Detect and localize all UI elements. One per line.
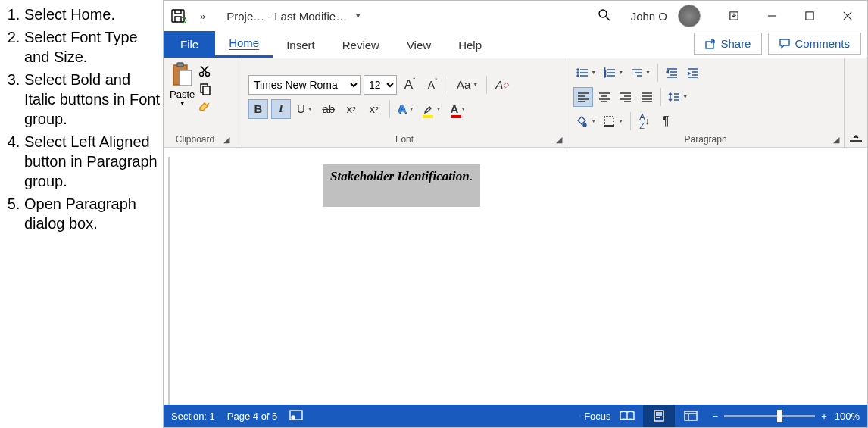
paste-button[interactable]: Paste ▼ [170,61,195,107]
autosave-icon[interactable] [168,7,189,25]
comments-button[interactable]: Comments [768,33,861,55]
instruction-4: Select Left Aligned button in Paragraph … [24,132,163,191]
read-mode-button[interactable] [611,405,643,427]
bullets-button[interactable]: ▼ [573,63,599,83]
superscript-button[interactable]: x2 [364,99,384,119]
tab-file[interactable]: File [164,31,215,58]
status-section[interactable]: Section: 1 [171,411,215,422]
svg-rect-21 [654,411,663,421]
minimize-button[interactable] [757,5,787,27]
highlight-button[interactable]: ▼ [420,99,445,119]
search-icon[interactable] [593,8,616,24]
status-page[interactable]: Page 4 of 5 [227,411,278,422]
instruction-panel: Select Home. Select Font Type and Size. … [0,0,163,428]
comments-label: Comments [795,37,850,50]
shading-button[interactable]: ▼ [573,111,599,131]
instruction-5: Open Paragraph dialog box. [24,194,163,233]
increase-indent-button[interactable] [683,63,703,83]
svg-point-20 [292,416,295,419]
justify-button[interactable] [637,87,657,107]
show-hide-button[interactable]: ¶ [656,111,676,131]
zoom-in-button[interactable]: + [821,411,827,422]
user-name[interactable]: John O [631,10,667,23]
bold-button[interactable]: B [248,99,268,119]
svg-point-8 [200,73,204,77]
focus-mode-button[interactable]: Focus [579,405,611,427]
ribbon: Paste ▼ Clipboard ◢ Times New Roma [164,58,867,148]
instruction-3: Select Bold and Italic buttons in Font g… [24,70,163,129]
multilevel-list-button[interactable]: ▼ [628,63,654,83]
svg-point-1 [599,10,607,17]
sort-button[interactable]: AZ↓ [635,111,654,131]
instruction-1: Select Home. [24,5,163,24]
paragraph-group-label: Paragraph [685,134,727,145]
copy-button[interactable] [196,81,213,98]
font-name-select[interactable]: Times New Roma [248,75,361,95]
paste-label: Paste [170,89,195,100]
svg-point-9 [206,73,210,77]
underline-button[interactable]: U▼ [294,99,316,119]
close-button[interactable] [832,5,863,27]
svg-point-12 [577,69,579,70]
clipboard-dialog-launcher[interactable]: ◢ [223,135,229,145]
svg-rect-18 [604,117,614,126]
font-size-select[interactable]: 12 [364,75,397,95]
grow-font-button[interactable]: Aˆ [400,75,420,95]
align-left-button[interactable] [573,87,593,107]
strikethrough-button[interactable]: ab [319,99,339,119]
tab-help[interactable]: Help [445,33,495,58]
font-group-label: Font [395,134,414,145]
svg-point-14 [577,75,579,77]
svg-rect-7 [180,70,192,86]
share-button[interactable]: Share [694,33,762,55]
clipboard-group-label: Clipboard [176,134,214,145]
tab-view[interactable]: View [393,33,445,58]
macro-recorder-icon[interactable] [289,410,303,423]
svg-rect-3 [806,12,813,20]
tab-review[interactable]: Review [329,33,393,58]
web-layout-button[interactable] [675,405,707,427]
decrease-indent-button[interactable] [662,63,682,83]
selected-heading-text[interactable]: Stakeholder Identification. [323,164,480,190]
zoom-track[interactable] [724,415,815,417]
tab-home[interactable]: Home [215,30,273,58]
document-title[interactable]: Proje… - Last Modifie… ▼ [226,10,361,23]
dropdown-icon: ▼ [354,12,361,20]
maximize-button[interactable] [795,5,825,27]
qat-overflow-icon[interactable]: » [197,11,208,22]
focus-label: Focus [584,411,610,422]
numbering-button[interactable]: 123▼ [601,63,626,83]
document-area[interactable]: Stakeholder Identification. [164,148,867,405]
borders-button[interactable]: ▼ [601,111,626,131]
paragraph-dialog-launcher[interactable]: ◢ [833,135,839,145]
font-color-button[interactable]: A▼ [448,99,470,119]
zoom-out-button[interactable]: − [713,411,719,422]
zoom-thumb[interactable] [777,410,782,422]
svg-rect-11 [203,86,210,95]
zoom-slider[interactable]: − + [713,411,827,422]
paragraph-group: ▼ 123▼ ▼ ▼ [567,58,845,147]
text-effects-button[interactable]: A▼ [395,99,417,119]
cut-button[interactable] [196,63,213,80]
avatar[interactable] [678,5,701,27]
format-painter-button[interactable] [196,99,213,116]
zoom-value[interactable]: 100% [835,411,860,422]
align-right-button[interactable] [616,87,635,107]
italic-button[interactable]: I [271,99,291,119]
change-case-button[interactable]: Aa▼ [454,75,481,95]
subscript-button[interactable]: x2 [342,99,361,119]
word-window: » Proje… - Last Modifie… ▼ John O File H… [163,0,868,428]
align-center-button[interactable] [595,87,614,107]
collapse-ribbon-button[interactable] [845,58,867,147]
line-spacing-button[interactable]: ▼ [665,87,691,107]
shrink-font-button[interactable]: Aˇ [423,75,442,95]
font-dialog-launcher[interactable]: ◢ [556,135,562,145]
svg-rect-22 [685,411,697,420]
svg-point-13 [577,72,579,73]
ribbon-display-icon[interactable] [719,5,749,27]
tab-insert[interactable]: Insert [273,33,329,58]
clear-formatting-button[interactable]: A◇ [492,75,512,95]
share-label: Share [720,37,751,50]
instruction-2: Select Font Type and Size. [24,27,163,67]
print-layout-button[interactable] [643,405,675,427]
